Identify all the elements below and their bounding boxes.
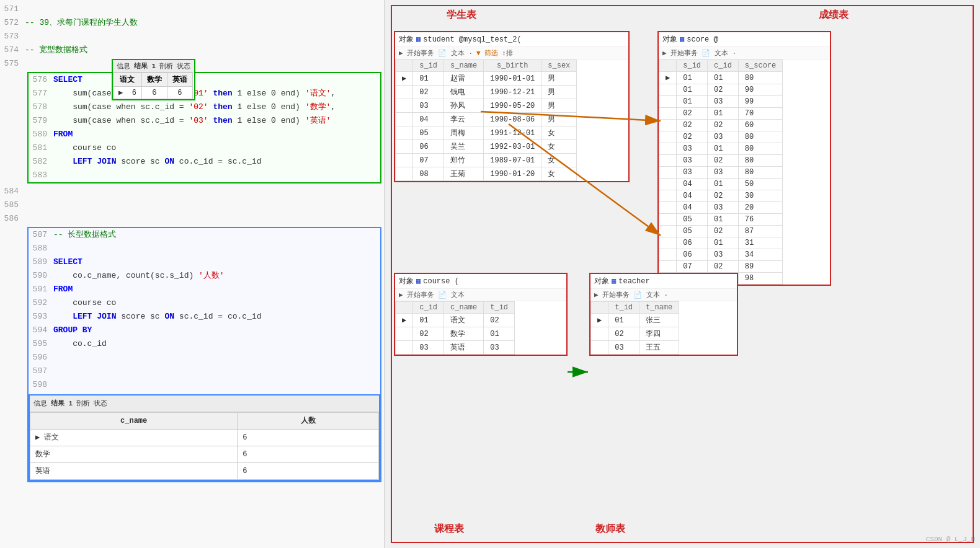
code-line-585: 585 bbox=[0, 198, 384, 212]
table-row: 070289 bbox=[659, 261, 783, 273]
score-table-icon: ▦ bbox=[680, 35, 684, 44]
code-line-595: 595 co.c_id bbox=[29, 337, 380, 351]
code-line-587: 587 -- 长型数据格式 bbox=[29, 228, 380, 242]
watermark: CSDN @ L_J_H bbox=[926, 536, 975, 543]
student-filter-btn[interactable]: ▼ 筛选 bbox=[476, 48, 498, 58]
table-row: 020380 bbox=[659, 131, 783, 143]
teacher-toolbar[interactable]: ▶ 开始事务 📄 文本 · bbox=[590, 289, 737, 301]
table-row: 020260 bbox=[659, 120, 783, 131]
table-row: 06吴兰1992-03-01女 bbox=[396, 140, 577, 154]
course-table-box: 对象 ▦ course ( ▶ 开始事务 📄 文本 c_id c_name t_… bbox=[394, 273, 568, 356]
wide-format-box: 576 SELECT 577 sum(case when sc.c_id = '… bbox=[27, 72, 381, 183]
col-sid2: s_id bbox=[677, 60, 708, 72]
table-row: ▶ 语文 6 bbox=[30, 430, 379, 446]
tab-result1[interactable]: 结果 1 bbox=[51, 397, 73, 410]
course-toolbar[interactable]: ▶ 开始事务 📄 文本 bbox=[395, 289, 566, 301]
course-data-table: c_id c_name t_id ▶01语文0202数学0103英语03 bbox=[395, 301, 515, 355]
score-text-btn[interactable]: 📄 文本 · bbox=[702, 48, 736, 58]
wide-result-data: 语文 数学 英语 ▶ 6 6 6 bbox=[113, 73, 193, 99]
teacher-data-table: t_id t_name ▶01张三02李四03王五 bbox=[590, 301, 679, 355]
student-start-tx[interactable]: ▶ 开始事务 bbox=[399, 48, 434, 58]
table-row: 02数学01 bbox=[396, 327, 515, 341]
teacher-table-icon: ▦ bbox=[612, 276, 616, 286]
code-line-576: 576 SELECT bbox=[29, 73, 380, 87]
tab-result1-wide[interactable]: 结果 1 bbox=[134, 61, 156, 71]
course-start-tx[interactable]: ▶ 开始事务 bbox=[399, 290, 434, 299]
course-table-icon: ▦ bbox=[416, 276, 421, 286]
table-row: 040320 bbox=[659, 202, 783, 214]
wide-result-tabbar: 信息 结果 1 剖析 状态 bbox=[113, 60, 194, 73]
code-line-571: 571 bbox=[0, 2, 384, 16]
tab-info-wide[interactable]: 信息 bbox=[117, 61, 130, 71]
table-row: 02李四 bbox=[591, 327, 679, 341]
teacher-table-name: teacher bbox=[618, 277, 649, 286]
code-line-573: 573 bbox=[0, 30, 384, 43]
code-line-578: 578 sum(case when sc.c_id = '02' then 1 … bbox=[29, 100, 380, 114]
student-table-box: 对象 ▦ student @mysql_test_2( ▶ 开始事务 📄 文本 … bbox=[394, 31, 630, 182]
table-row: ▶01张三 bbox=[591, 314, 679, 327]
table-row: 050287 bbox=[659, 226, 783, 237]
table-row: 030180 bbox=[659, 143, 783, 155]
table-row: 03王五 bbox=[591, 341, 679, 355]
code-line-583: 583 bbox=[29, 169, 380, 182]
table-row: 07郑竹1989-07-01女 bbox=[396, 154, 577, 167]
table-row: 040150 bbox=[659, 179, 783, 190]
code-line-580: 580 FROM bbox=[29, 128, 380, 141]
col-tid: t_id bbox=[484, 302, 515, 314]
right-panel: 学生表 成绩表 对象 ▦ student @mysql_test_2( ▶ 开始… bbox=[385, 0, 980, 548]
table-row: 02钱电1990-12-21男 bbox=[396, 86, 577, 99]
cell-arrow: ▶ 语文 bbox=[30, 430, 238, 446]
course-section-title: 课程表 bbox=[434, 523, 464, 536]
course-table-name: course ( bbox=[423, 277, 459, 286]
col-cname: c_name bbox=[444, 302, 484, 314]
student-sort-btn[interactable]: ↕排 bbox=[502, 48, 513, 58]
student-data-table: s_id s_name s_birth s_sex ▶01赵雷1990-01-0… bbox=[395, 60, 577, 181]
wide-result-popup: 信息 结果 1 剖析 状态 语文 数学 英语 ▶ 6 6 bbox=[112, 59, 195, 100]
score-table-name: score @ bbox=[687, 35, 718, 44]
tab-profile[interactable]: 剖析 bbox=[76, 397, 90, 410]
code-line-588: 588 bbox=[29, 242, 380, 255]
col-sname: s_name bbox=[444, 60, 484, 72]
student-section-title: 学生表 bbox=[447, 9, 476, 22]
code-line-579: 579 sum(case when sc.c_id = '03' then 1 … bbox=[29, 114, 380, 128]
col-sbirth: s_birth bbox=[484, 60, 541, 72]
student-text-btn[interactable]: 📄 文本 · bbox=[438, 48, 473, 58]
teacher-table-box: 对象 ▦ teacher ▶ 开始事务 📄 文本 · t_id t_name ▶… bbox=[589, 273, 738, 356]
score-obj-label: 对象 bbox=[662, 34, 677, 45]
code-line-593: 593 LEFT JOIN score sc ON sc.c_id = co.c… bbox=[29, 310, 380, 324]
col-yingyu: 英语 bbox=[167, 73, 192, 87]
bottom-result-table: 信息 结果 1 剖析 状态 c_name 人数 bbox=[29, 394, 380, 481]
student-toolbar[interactable]: ▶ 开始事务 📄 文本 · ▼ 筛选 ↕排 bbox=[395, 47, 628, 60]
col-tname: t_name bbox=[639, 302, 679, 314]
table-row: 英语 6 bbox=[30, 463, 379, 480]
code-line-581: 581 course co bbox=[29, 141, 380, 155]
course-text-btn[interactable]: 📄 文本 bbox=[438, 290, 465, 299]
code-line-591: 591 FROM bbox=[29, 283, 380, 296]
table-row: ▶010180 bbox=[659, 72, 783, 84]
tab-info[interactable]: 信息 bbox=[33, 397, 47, 410]
tab-profile-wide[interactable]: 剖析 bbox=[159, 61, 173, 71]
table-row: ▶01赵雷1990-01-01男 bbox=[396, 72, 577, 86]
table-row: 010290 bbox=[659, 84, 783, 96]
table-row: 03英语03 bbox=[396, 341, 515, 355]
score-data-table: s_id c_id s_score ▶010180010290010399020… bbox=[659, 60, 783, 285]
code-line-589: 589 SELECT bbox=[29, 255, 380, 269]
teacher-start-tx[interactable]: ▶ 开始事务 bbox=[594, 290, 630, 299]
teacher-text-btn[interactable]: 📄 文本 · bbox=[633, 290, 668, 299]
code-line-577: 577 sum(case when sc.c_id = '01' then 1 … bbox=[29, 87, 380, 100]
code-line-597: 597 bbox=[29, 365, 380, 378]
col-ssex: s_sex bbox=[541, 60, 577, 72]
score-section-title: 成绩表 bbox=[819, 9, 849, 22]
score-table-header: 对象 ▦ score @ bbox=[659, 32, 830, 47]
code-line-590: 590 co.c_name, count(sc.s_id) '人数' bbox=[29, 269, 380, 283]
student-table-name: student @mysql_test_2( bbox=[423, 35, 521, 44]
course-obj-label: 对象 bbox=[399, 276, 414, 286]
course-table-header: 对象 ▦ course ( bbox=[395, 274, 566, 289]
score-toolbar[interactable]: ▶ 开始事务 📄 文本 · bbox=[659, 47, 830, 60]
table-row: 060131 bbox=[659, 237, 783, 249]
score-start-tx[interactable]: ▶ 开始事务 bbox=[662, 48, 698, 58]
col-sscore: s_score bbox=[738, 60, 782, 72]
tab-status-wide[interactable]: 状态 bbox=[177, 61, 190, 71]
code-line-594: 594 GROUP BY bbox=[29, 324, 380, 337]
tab-status[interactable]: 状态 bbox=[94, 397, 107, 410]
